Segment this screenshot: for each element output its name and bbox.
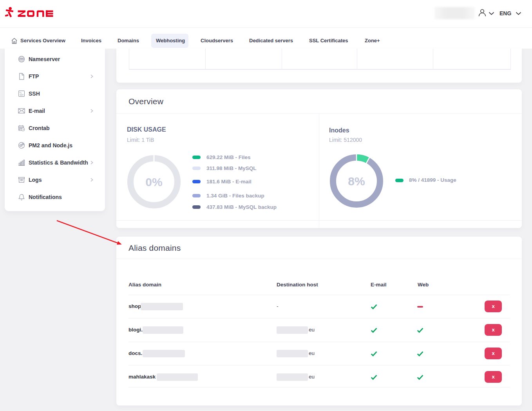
svg-text:0%: 0%	[145, 176, 162, 188]
svg-text:SSH: SSH	[20, 94, 23, 96]
svg-text:DNS: DNS	[20, 58, 23, 60]
svg-text:8%: 8%	[348, 175, 365, 188]
